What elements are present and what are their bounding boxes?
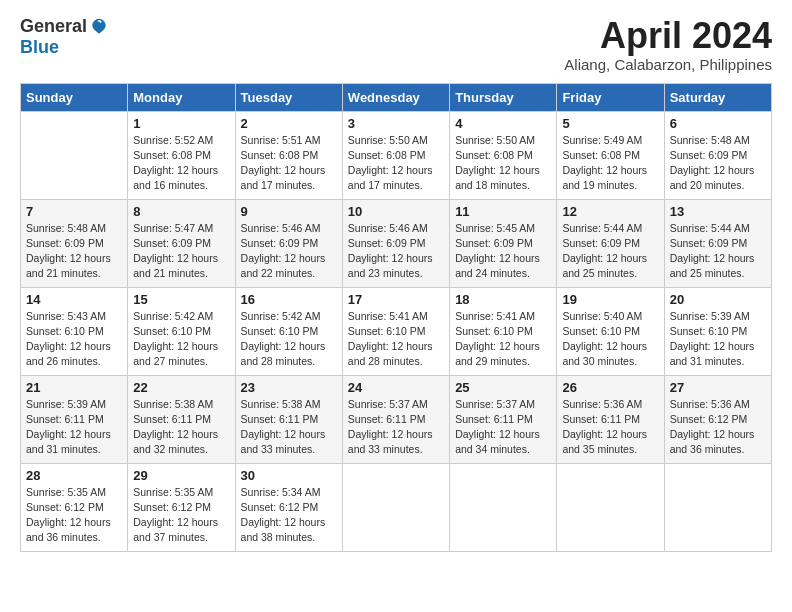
calendar-cell: 25Sunrise: 5:37 AMSunset: 6:11 PMDayligh… [450,375,557,463]
title-area: April 2024 Aliang, Calabarzon, Philippin… [564,16,772,73]
logo: General Blue [20,16,109,58]
calendar-cell: 14Sunrise: 5:43 AMSunset: 6:10 PMDayligh… [21,287,128,375]
calendar-cell: 7Sunrise: 5:48 AMSunset: 6:09 PMDaylight… [21,199,128,287]
header-friday: Friday [557,83,664,111]
day-number: 18 [455,292,551,307]
calendar-cell [342,463,449,551]
day-number: 14 [26,292,122,307]
calendar-cell: 13Sunrise: 5:44 AMSunset: 6:09 PMDayligh… [664,199,771,287]
calendar-cell: 22Sunrise: 5:38 AMSunset: 6:11 PMDayligh… [128,375,235,463]
day-number: 30 [241,468,337,483]
calendar-cell: 24Sunrise: 5:37 AMSunset: 6:11 PMDayligh… [342,375,449,463]
day-info: Sunrise: 5:45 AMSunset: 6:09 PMDaylight:… [455,221,551,282]
day-info: Sunrise: 5:36 AMSunset: 6:12 PMDaylight:… [670,397,766,458]
day-info: Sunrise: 5:39 AMSunset: 6:10 PMDaylight:… [670,309,766,370]
day-number: 29 [133,468,229,483]
day-info: Sunrise: 5:39 AMSunset: 6:11 PMDaylight:… [26,397,122,458]
calendar-cell: 20Sunrise: 5:39 AMSunset: 6:10 PMDayligh… [664,287,771,375]
calendar-table: SundayMondayTuesdayWednesdayThursdayFrid… [20,83,772,552]
day-number: 6 [670,116,766,131]
day-number: 7 [26,204,122,219]
day-number: 8 [133,204,229,219]
header-wednesday: Wednesday [342,83,449,111]
day-number: 24 [348,380,444,395]
calendar-cell: 30Sunrise: 5:34 AMSunset: 6:12 PMDayligh… [235,463,342,551]
day-info: Sunrise: 5:48 AMSunset: 6:09 PMDaylight:… [26,221,122,282]
day-info: Sunrise: 5:50 AMSunset: 6:08 PMDaylight:… [348,133,444,194]
day-info: Sunrise: 5:50 AMSunset: 6:08 PMDaylight:… [455,133,551,194]
calendar-cell: 19Sunrise: 5:40 AMSunset: 6:10 PMDayligh… [557,287,664,375]
calendar-cell: 23Sunrise: 5:38 AMSunset: 6:11 PMDayligh… [235,375,342,463]
page-header: General Blue April 2024 Aliang, Calabarz… [20,16,772,73]
calendar-cell: 4Sunrise: 5:50 AMSunset: 6:08 PMDaylight… [450,111,557,199]
day-info: Sunrise: 5:52 AMSunset: 6:08 PMDaylight:… [133,133,229,194]
day-number: 3 [348,116,444,131]
day-info: Sunrise: 5:37 AMSunset: 6:11 PMDaylight:… [348,397,444,458]
logo-blue: Blue [20,37,59,58]
calendar-cell [21,111,128,199]
calendar-cell: 28Sunrise: 5:35 AMSunset: 6:12 PMDayligh… [21,463,128,551]
calendar-cell [557,463,664,551]
calendar-cell: 29Sunrise: 5:35 AMSunset: 6:12 PMDayligh… [128,463,235,551]
calendar-cell: 2Sunrise: 5:51 AMSunset: 6:08 PMDaylight… [235,111,342,199]
header-monday: Monday [128,83,235,111]
header-tuesday: Tuesday [235,83,342,111]
day-info: Sunrise: 5:35 AMSunset: 6:12 PMDaylight:… [26,485,122,546]
day-info: Sunrise: 5:37 AMSunset: 6:11 PMDaylight:… [455,397,551,458]
day-number: 22 [133,380,229,395]
day-info: Sunrise: 5:38 AMSunset: 6:11 PMDaylight:… [133,397,229,458]
day-info: Sunrise: 5:46 AMSunset: 6:09 PMDaylight:… [241,221,337,282]
day-info: Sunrise: 5:49 AMSunset: 6:08 PMDaylight:… [562,133,658,194]
day-number: 15 [133,292,229,307]
day-number: 13 [670,204,766,219]
calendar-cell: 3Sunrise: 5:50 AMSunset: 6:08 PMDaylight… [342,111,449,199]
day-number: 2 [241,116,337,131]
day-number: 23 [241,380,337,395]
day-number: 25 [455,380,551,395]
day-info: Sunrise: 5:34 AMSunset: 6:12 PMDaylight:… [241,485,337,546]
day-number: 11 [455,204,551,219]
day-info: Sunrise: 5:42 AMSunset: 6:10 PMDaylight:… [241,309,337,370]
calendar-header-row: SundayMondayTuesdayWednesdayThursdayFrid… [21,83,772,111]
calendar-cell: 12Sunrise: 5:44 AMSunset: 6:09 PMDayligh… [557,199,664,287]
day-info: Sunrise: 5:41 AMSunset: 6:10 PMDaylight:… [455,309,551,370]
calendar-cell [450,463,557,551]
location: Aliang, Calabarzon, Philippines [564,56,772,73]
day-number: 5 [562,116,658,131]
day-number: 21 [26,380,122,395]
calendar-cell: 18Sunrise: 5:41 AMSunset: 6:10 PMDayligh… [450,287,557,375]
day-number: 27 [670,380,766,395]
day-number: 4 [455,116,551,131]
day-number: 20 [670,292,766,307]
day-info: Sunrise: 5:38 AMSunset: 6:11 PMDaylight:… [241,397,337,458]
day-info: Sunrise: 5:41 AMSunset: 6:10 PMDaylight:… [348,309,444,370]
day-number: 16 [241,292,337,307]
calendar-week-row: 14Sunrise: 5:43 AMSunset: 6:10 PMDayligh… [21,287,772,375]
logo-bird-icon [89,17,109,37]
day-number: 17 [348,292,444,307]
calendar-cell: 17Sunrise: 5:41 AMSunset: 6:10 PMDayligh… [342,287,449,375]
day-number: 26 [562,380,658,395]
calendar-cell: 27Sunrise: 5:36 AMSunset: 6:12 PMDayligh… [664,375,771,463]
calendar-week-row: 28Sunrise: 5:35 AMSunset: 6:12 PMDayligh… [21,463,772,551]
day-info: Sunrise: 5:35 AMSunset: 6:12 PMDaylight:… [133,485,229,546]
calendar-cell: 15Sunrise: 5:42 AMSunset: 6:10 PMDayligh… [128,287,235,375]
calendar-cell: 6Sunrise: 5:48 AMSunset: 6:09 PMDaylight… [664,111,771,199]
header-sunday: Sunday [21,83,128,111]
calendar-week-row: 7Sunrise: 5:48 AMSunset: 6:09 PMDaylight… [21,199,772,287]
calendar-cell: 9Sunrise: 5:46 AMSunset: 6:09 PMDaylight… [235,199,342,287]
calendar-cell [664,463,771,551]
day-number: 9 [241,204,337,219]
day-number: 12 [562,204,658,219]
day-number: 28 [26,468,122,483]
calendar-cell: 21Sunrise: 5:39 AMSunset: 6:11 PMDayligh… [21,375,128,463]
calendar-cell: 16Sunrise: 5:42 AMSunset: 6:10 PMDayligh… [235,287,342,375]
day-info: Sunrise: 5:44 AMSunset: 6:09 PMDaylight:… [562,221,658,282]
day-info: Sunrise: 5:47 AMSunset: 6:09 PMDaylight:… [133,221,229,282]
header-saturday: Saturday [664,83,771,111]
calendar-week-row: 1Sunrise: 5:52 AMSunset: 6:08 PMDaylight… [21,111,772,199]
day-info: Sunrise: 5:51 AMSunset: 6:08 PMDaylight:… [241,133,337,194]
calendar-cell: 5Sunrise: 5:49 AMSunset: 6:08 PMDaylight… [557,111,664,199]
calendar-week-row: 21Sunrise: 5:39 AMSunset: 6:11 PMDayligh… [21,375,772,463]
calendar-cell: 10Sunrise: 5:46 AMSunset: 6:09 PMDayligh… [342,199,449,287]
